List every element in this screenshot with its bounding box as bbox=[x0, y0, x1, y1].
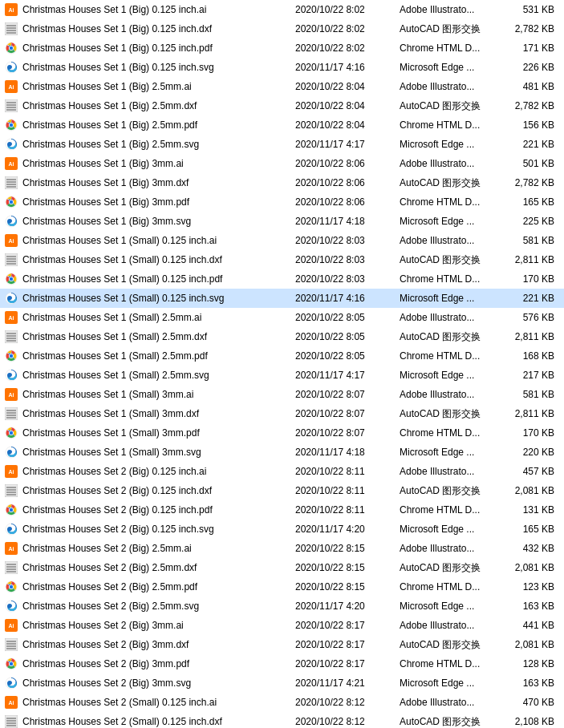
table-row[interactable]: Christmas Houses Set 2 (Big) 3mm.dxf 202… bbox=[0, 635, 564, 654]
table-row[interactable]: Christmas Houses Set 1 (Small) 0.125 inc… bbox=[0, 269, 564, 289]
table-row[interactable]: Christmas Houses Set 2 (Big) 0.125 inch.… bbox=[0, 481, 564, 500]
svg-point-28 bbox=[10, 200, 13, 204]
file-name: Christmas Houses Set 1 (Big) 0.125 inch.… bbox=[22, 4, 295, 15]
table-row[interactable]: Christmas Houses Set 1 (Big) 3mm.dxf 202… bbox=[0, 173, 564, 192]
ai-icon: Ai bbox=[5, 311, 18, 324]
file-icon-cell bbox=[3, 406, 19, 421]
file-size: 168 KB bbox=[504, 350, 561, 362]
svg-rect-90 bbox=[5, 715, 18, 728]
table-row[interactable]: Christmas Houses Set 1 (Big) 2.5mm.svg 2… bbox=[0, 135, 564, 154]
table-row[interactable]: Christmas Houses Set 1 (Small) 3mm.pdf 2… bbox=[0, 423, 564, 443]
file-date: 2020/10/22 8:11 bbox=[295, 504, 400, 516]
table-row[interactable]: Ai Christmas Houses Set 1 (Small) 2.5mm.… bbox=[0, 308, 564, 327]
file-app: AutoCAD 图形交换 bbox=[400, 176, 504, 190]
file-list: Ai Christmas Houses Set 1 (Big) 0.125 in… bbox=[0, 0, 564, 728]
table-row[interactable]: Christmas Houses Set 1 (Small) 3mm.dxf 2… bbox=[0, 404, 564, 423]
file-date: 2020/10/22 8:02 bbox=[295, 4, 400, 15]
file-icon-cell bbox=[3, 714, 19, 728]
file-date: 2020/10/22 8:05 bbox=[295, 312, 400, 323]
table-row[interactable]: Christmas Houses Set 2 (Big) 2.5mm.svg 2… bbox=[0, 597, 564, 616]
file-name: Christmas Houses Set 2 (Big) 3mm.ai bbox=[22, 620, 295, 631]
file-date: 2020/10/22 8:06 bbox=[295, 158, 400, 169]
file-name: Christmas Houses Set 2 (Small) 0.125 inc… bbox=[22, 716, 295, 727]
file-name: Christmas Houses Set 2 (Big) 3mm.pdf bbox=[22, 658, 295, 669]
file-icon-cell bbox=[3, 253, 19, 267]
file-size: 581 KB bbox=[504, 389, 561, 400]
file-date: 2020/10/22 8:11 bbox=[295, 485, 400, 496]
table-row[interactable]: Christmas Houses Set 1 (Big) 0.125 inch.… bbox=[0, 38, 564, 58]
file-name: Christmas Houses Set 2 (Big) 2.5mm.ai bbox=[22, 543, 295, 554]
table-row[interactable]: Ai Christmas Houses Set 1 (Big) 0.125 in… bbox=[0, 0, 564, 19]
table-row[interactable]: Christmas Houses Set 1 (Small) 0.125 inc… bbox=[0, 289, 564, 308]
table-row[interactable]: Ai Christmas Houses Set 2 (Small) 0.125 … bbox=[0, 693, 564, 712]
table-row[interactable]: Ai Christmas Houses Set 2 (Big) 0.125 in… bbox=[0, 462, 564, 481]
file-app: Adobe Illustrato... bbox=[400, 697, 504, 708]
file-app: Chrome HTML D... bbox=[400, 119, 504, 131]
table-row[interactable]: Christmas Houses Set 1 (Big) 3mm.pdf 202… bbox=[0, 192, 564, 212]
file-date: 2020/11/17 4:17 bbox=[295, 139, 400, 150]
table-row[interactable]: Ai Christmas Houses Set 1 (Small) 3mm.ai… bbox=[0, 385, 564, 404]
file-app: Microsoft Edge ... bbox=[400, 370, 504, 381]
file-name: Christmas Houses Set 2 (Big) 3mm.dxf bbox=[22, 639, 295, 650]
file-icon-cell bbox=[3, 676, 19, 690]
table-row[interactable]: Christmas Houses Set 1 (Big) 0.125 inch.… bbox=[0, 19, 564, 38]
table-row[interactable]: Christmas Houses Set 2 (Big) 2.5mm.pdf 2… bbox=[0, 577, 564, 597]
file-app: Adobe Illustrato... bbox=[400, 81, 504, 92]
table-row[interactable]: Christmas Houses Set 1 (Big) 0.125 inch.… bbox=[0, 58, 564, 77]
table-row[interactable]: Ai Christmas Houses Set 2 (Big) 3mm.ai 2… bbox=[0, 616, 564, 635]
table-row[interactable]: Ai Christmas Houses Set 1 (Big) 2.5mm.ai… bbox=[0, 77, 564, 96]
file-name: Christmas Houses Set 1 (Small) 2.5mm.dxf bbox=[22, 331, 295, 342]
file-app: Chrome HTML D... bbox=[400, 427, 504, 439]
table-row[interactable]: Christmas Houses Set 2 (Big) 0.125 inch.… bbox=[0, 500, 564, 520]
table-row[interactable]: Christmas Houses Set 1 (Big) 2.5mm.pdf 2… bbox=[0, 115, 564, 135]
table-row[interactable]: Christmas Houses Set 2 (Small) 0.125 inc… bbox=[0, 712, 564, 728]
file-app: Microsoft Edge ... bbox=[400, 62, 504, 73]
file-date: 2020/11/17 4:21 bbox=[295, 677, 400, 689]
file-size: 581 KB bbox=[504, 235, 561, 246]
file-date: 2020/11/17 4:20 bbox=[295, 524, 400, 535]
file-size: 501 KB bbox=[504, 158, 561, 169]
file-app: Adobe Illustrato... bbox=[400, 158, 504, 169]
dxf-icon bbox=[5, 330, 18, 343]
file-date: 2020/10/22 8:03 bbox=[295, 273, 400, 285]
edge-icon bbox=[5, 138, 18, 151]
edge-icon bbox=[5, 61, 18, 74]
dxf-icon bbox=[5, 99, 18, 112]
table-row[interactable]: Christmas Houses Set 2 (Big) 0.125 inch.… bbox=[0, 520, 564, 539]
table-row[interactable]: Christmas Houses Set 1 (Small) 2.5mm.svg… bbox=[0, 366, 564, 385]
table-row[interactable]: Christmas Houses Set 1 (Big) 2.5mm.dxf 2… bbox=[0, 96, 564, 115]
file-icon-cell bbox=[3, 330, 19, 344]
file-size: 531 KB bbox=[504, 4, 561, 15]
table-row[interactable]: Christmas Houses Set 2 (Big) 3mm.svg 202… bbox=[0, 673, 564, 693]
file-icon-cell bbox=[3, 580, 19, 594]
file-icon-cell bbox=[3, 483, 19, 498]
table-row[interactable]: Christmas Houses Set 1 (Big) 3mm.svg 202… bbox=[0, 212, 564, 231]
file-icon-cell bbox=[3, 176, 19, 190]
dxf-icon bbox=[5, 22, 18, 35]
table-row[interactable]: Ai Christmas Houses Set 1 (Big) 3mm.ai 2… bbox=[0, 154, 564, 173]
file-name: Christmas Houses Set 1 (Small) 0.125 inc… bbox=[22, 273, 295, 285]
file-name: Christmas Houses Set 2 (Big) 3mm.svg bbox=[22, 677, 295, 689]
table-row[interactable]: Christmas Houses Set 1 (Small) 2.5mm.pdf… bbox=[0, 346, 564, 366]
ai-icon: Ai bbox=[5, 157, 18, 170]
file-size: 2,081 KB bbox=[504, 562, 561, 573]
table-row[interactable]: Christmas Houses Set 1 (Small) 3mm.svg 2… bbox=[0, 443, 564, 462]
table-row[interactable]: Christmas Houses Set 2 (Big) 2.5mm.dxf 2… bbox=[0, 558, 564, 577]
file-app: Adobe Illustrato... bbox=[400, 235, 504, 246]
ai-icon: Ai bbox=[5, 696, 18, 709]
table-row[interactable]: Christmas Houses Set 2 (Big) 3mm.pdf 202… bbox=[0, 654, 564, 673]
table-row[interactable]: Ai Christmas Houses Set 2 (Big) 2.5mm.ai… bbox=[0, 539, 564, 558]
file-size: 481 KB bbox=[504, 81, 561, 92]
file-app: AutoCAD 图形交换 bbox=[400, 561, 504, 575]
svg-rect-70 bbox=[5, 561, 18, 574]
table-row[interactable]: Ai Christmas Houses Set 1 (Small) 0.125 … bbox=[0, 231, 564, 250]
file-app: Microsoft Edge ... bbox=[400, 447, 504, 458]
file-app: Microsoft Edge ... bbox=[400, 139, 504, 150]
table-row[interactable]: Christmas Houses Set 1 (Small) 0.125 inc… bbox=[0, 250, 564, 269]
ai-icon: Ai bbox=[5, 619, 18, 632]
file-date: 2020/10/22 8:03 bbox=[295, 235, 400, 246]
chrome-icon bbox=[5, 273, 18, 285]
table-row[interactable]: Christmas Houses Set 1 (Small) 2.5mm.dxf… bbox=[0, 327, 564, 346]
file-date: 2020/10/22 8:06 bbox=[295, 177, 400, 188]
file-size: 163 KB bbox=[504, 677, 561, 689]
